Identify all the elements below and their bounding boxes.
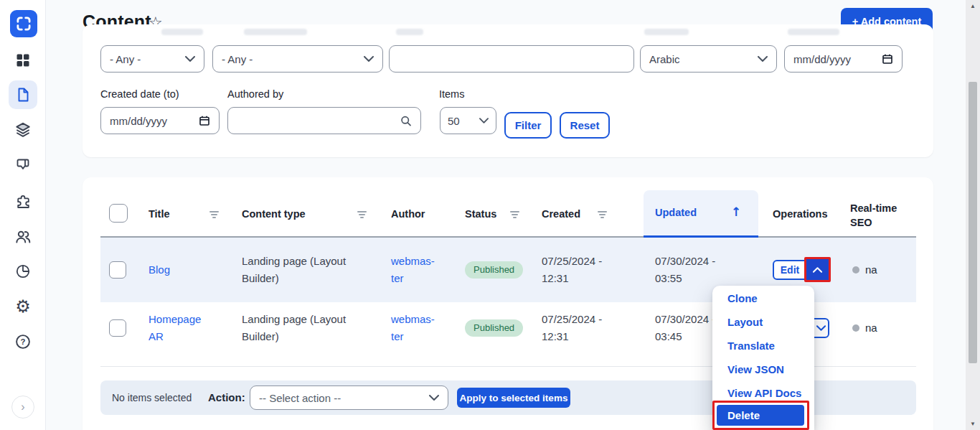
edit-button[interactable]: Edit xyxy=(773,260,807,280)
filter-search-input[interactable] xyxy=(398,53,625,65)
column-header-title[interactable]: Title xyxy=(149,208,170,220)
menu-item-view-api-docs[interactable]: View API Docs xyxy=(727,387,801,399)
column-header-status[interactable]: Status xyxy=(465,208,496,220)
obscured-filter-label xyxy=(644,29,689,35)
apply-to-selected-button[interactable]: Apply to selected items xyxy=(457,388,570,408)
search-icon xyxy=(400,115,412,127)
obscured-filter-label xyxy=(161,29,203,35)
menu-item-delete-highlighted[interactable]: Delete xyxy=(717,405,804,426)
scrollbar-thumb[interactable] xyxy=(969,82,977,363)
filter-select-any-2-value: - Any - xyxy=(222,53,364,65)
menu-item-layout[interactable]: Layout xyxy=(727,316,763,328)
column-header-updated-active[interactable]: Updated ↑ xyxy=(644,190,758,238)
row-author-link[interactable]: webmas- ter xyxy=(391,253,435,287)
dashboard-grid-icon[interactable] xyxy=(9,46,37,75)
date-to-placeholder: mm/dd/yyyy xyxy=(110,115,199,127)
seo-value: na xyxy=(865,263,877,276)
chevron-down-icon xyxy=(364,56,374,62)
help-question-icon[interactable]: ? xyxy=(9,327,37,356)
selection-status-text: No items selected xyxy=(112,392,192,403)
column-header-operations: Operations xyxy=(773,208,828,220)
column-header-content-type[interactable]: Content type xyxy=(242,208,306,220)
filter-language-value: Arabic xyxy=(649,53,758,65)
items-label: Items xyxy=(439,88,464,100)
obscured-filter-label xyxy=(396,29,423,35)
reports-pie-icon[interactable] xyxy=(9,257,37,286)
settings-gear-icon[interactable]: ⚙ xyxy=(9,292,37,321)
filter-select-any-1[interactable]: - Any - xyxy=(100,45,204,73)
filter-select-any-1-value: - Any - xyxy=(110,53,185,65)
seo-status-dot xyxy=(852,324,859,332)
row-checkbox[interactable] xyxy=(109,261,126,279)
svg-text:?: ? xyxy=(21,337,26,346)
app-root: ⚙ ? › Content ☆ + Add content - Any - - … xyxy=(0,0,980,430)
filter-date-from-field[interactable]: mm/dd/yyyy xyxy=(784,45,903,73)
calendar-icon[interactable] xyxy=(882,53,893,65)
people-users-icon[interactable] xyxy=(9,223,37,251)
gear-glyph: ⚙ xyxy=(15,298,31,315)
menu-item-clone[interactable]: Clone xyxy=(727,292,758,304)
chevron-down-icon xyxy=(758,56,768,62)
items-value: 50 xyxy=(448,115,479,127)
row-author-link[interactable]: webmas- ter xyxy=(391,311,435,345)
menu-item-view-json[interactable]: View JSON xyxy=(727,363,784,375)
action-label: Action: xyxy=(208,391,245,403)
calendar-icon[interactable] xyxy=(199,115,210,126)
sidebar-expand-button[interactable]: › xyxy=(11,396,34,419)
bulk-action-select[interactable]: -- Select action -- xyxy=(250,385,448,410)
row-updated: 07/30/2024 - 03:55 xyxy=(655,253,715,287)
items-select[interactable]: 50 xyxy=(440,107,496,134)
sort-icon[interactable] xyxy=(510,211,521,219)
expand-chevron-icon: › xyxy=(21,401,24,413)
row-title-link[interactable]: Blog xyxy=(149,261,170,279)
row-created: 07/25/2024 - 12:31 xyxy=(542,253,602,287)
chevron-up-icon xyxy=(813,267,822,273)
app-logo-icon[interactable] xyxy=(10,10,37,37)
sort-icon[interactable] xyxy=(357,211,368,219)
column-header-created[interactable]: Created xyxy=(542,208,580,220)
reset-button[interactable]: Reset xyxy=(560,112,610,139)
sidebar: ⚙ ? › xyxy=(0,0,46,430)
operations-dropdown-menu: Clone Layout Translate View JSON View AP… xyxy=(712,286,814,430)
extend-puzzle-icon[interactable] xyxy=(9,187,37,216)
row-created: 07/25/2024 - 12:31 xyxy=(542,311,602,345)
row-title-link[interactable]: Homepage AR xyxy=(149,311,201,345)
vertical-scrollbar[interactable]: ▲ ▼ xyxy=(966,0,980,430)
row-updated: 07/30/2024 - 03:45 xyxy=(655,311,715,345)
chevron-down-icon xyxy=(185,56,195,62)
date-from-placeholder: mm/dd/yyyy xyxy=(793,53,882,65)
status-badge: Published xyxy=(465,261,523,279)
status-badge: Published xyxy=(465,319,523,337)
chevron-down-icon xyxy=(816,325,826,331)
chevron-down-icon xyxy=(479,118,489,123)
structure-layers-icon[interactable] xyxy=(9,116,37,144)
obscured-filter-label xyxy=(244,29,307,35)
filter-button[interactable]: Filter xyxy=(504,112,552,139)
column-header-author[interactable]: Author xyxy=(391,208,425,220)
filter-select-any-2[interactable]: - Any - xyxy=(212,45,383,73)
row-content-type: Landing page (Layout Builder) xyxy=(242,253,346,287)
chevron-down-icon xyxy=(429,395,439,401)
created-date-to-label: Created date (to) xyxy=(100,88,179,100)
authored-by-input[interactable] xyxy=(237,115,400,127)
filter-search-field[interactable] xyxy=(389,45,634,73)
sort-icon[interactable] xyxy=(598,211,608,219)
operations-dropdown-toggle-annotated[interactable] xyxy=(804,257,831,282)
appearance-roller-icon[interactable] xyxy=(9,151,37,179)
sort-icon[interactable] xyxy=(209,211,220,219)
created-date-to-field[interactable]: mm/dd/yyyy xyxy=(100,107,220,134)
scroll-down-arrow-icon[interactable]: ▼ xyxy=(966,421,980,427)
authored-by-field[interactable] xyxy=(227,107,421,134)
select-all-checkbox[interactable] xyxy=(109,204,128,223)
menu-item-translate[interactable]: Translate xyxy=(727,340,775,352)
sort-ascending-arrow-icon: ↑ xyxy=(731,205,741,219)
row-checkbox[interactable] xyxy=(109,319,126,337)
column-header-updated-label: Updated xyxy=(655,207,697,218)
seo-value: na xyxy=(865,322,877,334)
scroll-up-arrow-icon[interactable]: ▲ xyxy=(966,3,980,9)
seo-status-dot xyxy=(852,266,859,274)
authored-by-label: Authored by xyxy=(227,88,283,100)
filter-language-select[interactable]: Arabic xyxy=(640,45,777,73)
content-file-icon[interactable] xyxy=(9,80,37,109)
bulk-action-value: -- Select action -- xyxy=(259,392,429,404)
